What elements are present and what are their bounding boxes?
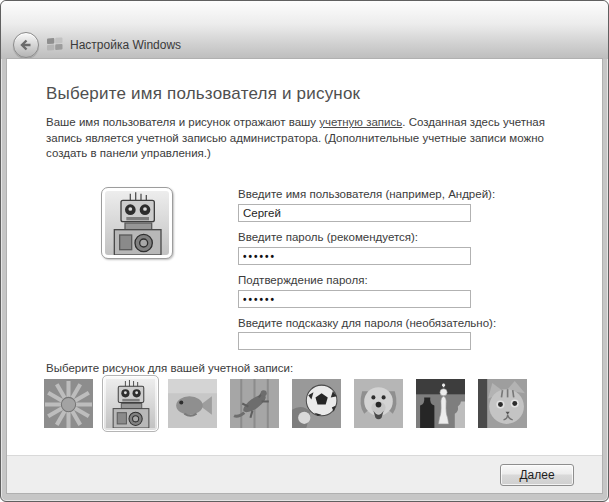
password-label: Введите пароль (рекомендуется): bbox=[238, 231, 418, 243]
confirm-password-label: Подтверждение пароля: bbox=[238, 274, 368, 286]
user-picture-preview bbox=[101, 187, 173, 259]
password-input[interactable] bbox=[238, 247, 471, 265]
page-title: Выберите имя пользователя и рисунок bbox=[46, 84, 360, 104]
picture-list bbox=[44, 379, 527, 428]
username-label: Введите имя пользователя (например, Андр… bbox=[238, 188, 495, 200]
window-title: Настройка Windows bbox=[70, 38, 181, 52]
picture-thumb-chess[interactable] bbox=[416, 379, 465, 428]
picture-thumb-fish[interactable] bbox=[168, 379, 217, 428]
footer-bar: Далее bbox=[7, 455, 602, 493]
password-hint-label: Введите подсказку для пароля (необязател… bbox=[238, 317, 496, 329]
picture-thumb-dog[interactable] bbox=[354, 379, 403, 428]
main-panel: Выберите имя пользователя и рисунок Ваше… bbox=[7, 59, 602, 455]
next-button[interactable]: Далее bbox=[500, 464, 574, 486]
back-icon bbox=[18, 37, 34, 53]
picture-picker-label: Выберите рисунок для вашей учетной запис… bbox=[46, 362, 293, 374]
robot-picture bbox=[105, 191, 169, 255]
confirm-password-input[interactable] bbox=[238, 290, 471, 308]
setup-window: Настройка Windows Выберите имя пользоват… bbox=[0, 0, 609, 502]
picture-thumb-soccer-ball[interactable] bbox=[292, 379, 341, 428]
intro-text: Ваше имя пользователя и рисунок отражают… bbox=[46, 115, 572, 162]
picture-thumb-robot[interactable] bbox=[102, 375, 159, 432]
picture-thumb-cat[interactable] bbox=[478, 379, 527, 428]
username-input[interactable] bbox=[238, 204, 471, 222]
password-hint-input[interactable] bbox=[238, 332, 471, 350]
back-button[interactable] bbox=[13, 32, 39, 58]
content-area: Выберите имя пользователя и рисунок Ваше… bbox=[7, 59, 602, 493]
account-link[interactable]: учетную запись bbox=[319, 116, 402, 128]
titlebar: Настройка Windows bbox=[1, 1, 608, 59]
picture-thumb-lizard[interactable] bbox=[230, 379, 279, 428]
picture-thumb-flower[interactable] bbox=[44, 379, 93, 428]
windows-logo-icon bbox=[47, 37, 63, 52]
intro-before-link: Ваше имя пользователя и рисунок отражают… bbox=[46, 116, 319, 128]
